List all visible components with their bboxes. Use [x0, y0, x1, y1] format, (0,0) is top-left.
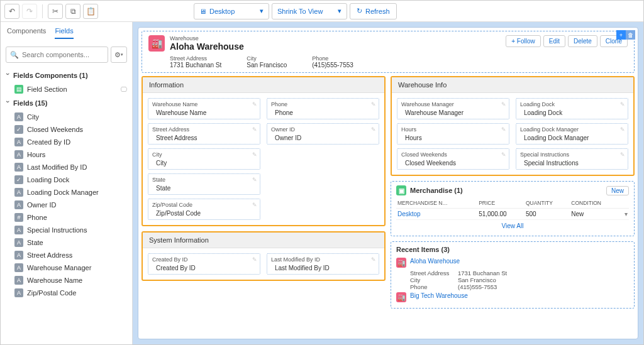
follow-button[interactable]: + Follow — [506, 35, 541, 47]
pencil-icon: ✎ — [501, 126, 506, 133]
field-owner-id[interactable]: Owner IDOwner ID✎ — [267, 123, 379, 145]
copy-button[interactable]: ⧉ — [65, 4, 80, 19]
sidebar-field-hours[interactable]: AHours — [6, 148, 127, 161]
sidebar-field-city[interactable]: ACity — [6, 111, 127, 123]
canvas-area: + 🗑 🏭 Warehouse Aloha Warehouse + Follow… — [133, 22, 643, 344]
section-information[interactable]: Information Warehouse NameWarehouse Name… — [142, 76, 386, 226]
undo-button[interactable]: ↶ — [4, 4, 19, 19]
section-warehouse-info[interactable]: Warehouse Info Warehouse ManagerWarehous… — [391, 76, 635, 176]
sidebar-field-phone[interactable]: #Phone — [6, 211, 127, 224]
field-phone[interactable]: PhonePhone✎ — [267, 98, 379, 119]
component-delete-icon[interactable]: 🗑 — [626, 30, 635, 40]
group-field-components[interactable]: › Fields Components (1) — [6, 68, 127, 83]
record-title: Aloha Warehouse — [170, 41, 244, 52]
pencil-icon: ✎ — [252, 256, 257, 263]
search-input-wrap[interactable]: 🔍 — [6, 47, 108, 63]
monitor-icon: 🖵 — [120, 85, 127, 93]
field-type-icon: A — [14, 112, 23, 121]
recent-item[interactable]: 🏭Aloha Warehouse — [396, 256, 629, 270]
search-input[interactable] — [22, 51, 104, 58]
merch-link[interactable]: Desktop — [397, 211, 421, 217]
field-type-icon: A — [14, 251, 23, 260]
field-zip-postal-code[interactable]: Zip/Postal CodeZip/Postal Code✎ — [148, 199, 260, 220]
field-closed-weekends[interactable]: Closed WeekendsClosed Weekends✎ — [397, 148, 509, 170]
recent-link[interactable]: Big Tech Warehouse — [410, 292, 468, 302]
table-row[interactable]: Desktop 51,000.00 500 New ▾ — [396, 209, 629, 220]
pencil-icon: ✎ — [252, 126, 257, 133]
field-type-icon: A — [14, 188, 23, 197]
sidebar-field-owner-id[interactable]: AOwner ID — [6, 199, 127, 211]
sidebar-field-zip-postal-code[interactable]: AZip/Postal Code — [6, 287, 127, 299]
pencil-icon: ✎ — [252, 202, 257, 208]
pencil-icon: ✎ — [620, 151, 625, 158]
left-panel: Components Fields 🔍 ⚙▾ › Fields Componen… — [1, 22, 133, 344]
cut-button[interactable]: ✂ — [48, 4, 63, 19]
field-type-icon: A — [14, 163, 23, 172]
pencil-icon: ✎ — [252, 101, 257, 107]
paste-button[interactable]: 📋 — [83, 4, 98, 19]
zoom-select[interactable]: Shrink To View ▾ — [272, 3, 347, 19]
sidebar-item-field-section[interactable]: ▤Field Section 🖵 — [6, 83, 127, 96]
edit-button[interactable]: Edit — [543, 35, 565, 47]
sidebar-field-state[interactable]: AState — [6, 236, 127, 249]
recent-items[interactable]: Recent Items (3) 🏭Aloha WarehouseStreet … — [391, 241, 635, 309]
top-toolbar: ↶ ↷ ✂ ⧉ 📋 🖥Desktop ▾ Shrink To View ▾ ↻R… — [1, 1, 643, 22]
pencil-icon: ✎ — [501, 101, 506, 107]
pencil-icon: ✎ — [620, 101, 625, 107]
sidebar-field-closed-weekends[interactable]: ✓Closed Weekends — [6, 123, 127, 136]
field-type-icon: A — [14, 226, 23, 234]
field-type-icon: A — [14, 263, 23, 272]
sidebar-field-street-address[interactable]: AStreet Address — [6, 249, 127, 261]
chevron-down-icon: ▾ — [260, 7, 264, 15]
field-loading-dock[interactable]: Loading DockLoading Dock✎ — [516, 98, 628, 119]
view-all-link[interactable]: View All — [396, 220, 629, 232]
field-special-instructions[interactable]: Special InstructionsSpecial Instructions… — [516, 148, 628, 170]
pencil-icon: ✎ — [371, 126, 376, 133]
record-overline: Warehouse — [170, 35, 244, 41]
recent-item[interactable]: 🏭Big Tech Warehouse — [396, 290, 629, 304]
tab-fields[interactable]: Fields — [55, 27, 73, 39]
field-city[interactable]: CityCity✎ — [148, 148, 260, 170]
field-type-icon: A — [14, 288, 23, 297]
field-loading-dock-manager[interactable]: Loading Dock ManagerLoading Dock Manager… — [516, 123, 628, 145]
tab-components[interactable]: Components — [7, 27, 46, 39]
section-system-information[interactable]: System Information Created By IDCreated … — [142, 231, 386, 281]
desktop-icon: 🖥 — [199, 8, 206, 15]
chevron-down-icon: › — [4, 101, 12, 106]
field-warehouse-name[interactable]: Warehouse NameWarehouse Name✎ — [148, 98, 260, 119]
sidebar-field-warehouse-manager[interactable]: AWarehouse Manager — [6, 261, 127, 274]
delete-button[interactable]: Delete — [568, 35, 597, 47]
pencil-icon: ✎ — [371, 256, 376, 263]
sidebar-field-special-instructions[interactable]: ASpecial Instructions — [6, 224, 127, 236]
refresh-button[interactable]: ↻Refresh — [350, 3, 397, 19]
sidebar-field-last-modified-by-id[interactable]: ALast Modified By ID — [6, 161, 127, 173]
field-created-by-id[interactable]: Created By IDCreated By ID✎ — [148, 253, 260, 275]
record-header[interactable]: + 🗑 🏭 Warehouse Aloha Warehouse + Follow… — [142, 31, 635, 73]
sidebar-field-loading-dock[interactable]: ✓Loading Dock — [6, 173, 127, 186]
warehouse-icon: 🏭 — [396, 292, 406, 302]
sidebar-field-warehouse-name[interactable]: AWarehouse Name — [6, 274, 127, 287]
recent-link[interactable]: Aloha Warehouse — [410, 258, 460, 268]
field-hours[interactable]: HoursHours✎ — [397, 123, 509, 145]
pencil-icon: ✎ — [252, 151, 257, 158]
new-button[interactable]: New — [606, 186, 629, 195]
gear-button[interactable]: ⚙▾ — [111, 47, 127, 63]
field-type-icon: A — [14, 200, 23, 209]
condition-dropdown[interactable]: ▾ — [620, 209, 629, 220]
related-merchandise[interactable]: ▣Merchandise (1) New MERCHANDISE N…PRICE… — [391, 181, 635, 236]
sidebar-field-loading-dock-manager[interactable]: ALoading Dock Manager — [6, 186, 127, 199]
field-state[interactable]: StateState✎ — [148, 173, 260, 195]
warehouse-icon: 🏭 — [396, 258, 406, 268]
field-last-modified-by-id[interactable]: Last Modified By IDLast Modified By ID✎ — [267, 253, 379, 275]
field-warehouse-manager[interactable]: Warehouse ManagerWarehouse Manager✎ — [397, 98, 509, 119]
device-select[interactable]: 🖥Desktop ▾ — [194, 3, 269, 19]
sidebar-field-created-by-id[interactable]: ACreated By ID — [6, 136, 127, 148]
group-fields[interactable]: › Fields (15) — [6, 96, 127, 111]
redo-button[interactable]: ↷ — [22, 4, 37, 19]
field-street-address[interactable]: Street AddressStreet Address✎ — [148, 123, 260, 145]
pencil-icon: ✎ — [501, 151, 506, 158]
chevron-down-icon: ▾ — [338, 7, 341, 15]
field-type-icon: ✓ — [14, 125, 23, 134]
component-add-icon[interactable]: + — [616, 30, 626, 40]
field-type-icon: A — [14, 276, 23, 285]
